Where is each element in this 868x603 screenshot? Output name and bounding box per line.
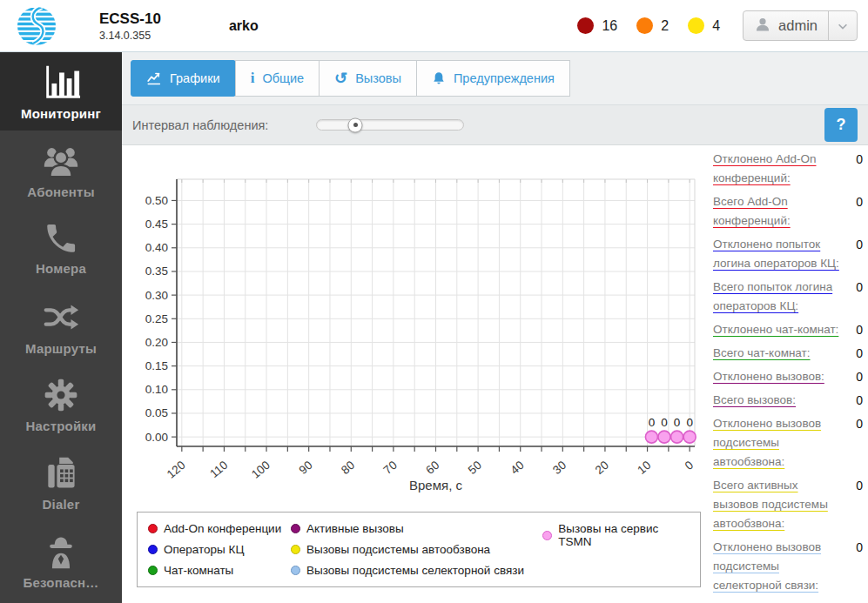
stat-value: 0: [856, 278, 863, 297]
stat-row: Всего попыток логина операторов КЦ:0: [713, 278, 863, 316]
alert-dot-critical-icon: [577, 17, 594, 34]
svg-text:0: 0: [649, 416, 656, 429]
svg-text:60: 60: [423, 459, 441, 477]
alert-counter-major[interactable]: 2: [636, 17, 669, 34]
toolbar: Интервал наблюдения: ?: [122, 105, 868, 145]
stat-link[interactable]: Всего активных вызовов подсистемы автооб…: [713, 476, 842, 533]
legend-label: Активные вызовы: [306, 522, 404, 535]
stat-link[interactable]: Отклонено вызовов подсистемы селекторной…: [713, 538, 842, 595]
stat-row: Отклонено попыток логина операторов КЦ:0: [713, 235, 863, 273]
stat-link[interactable]: Всего попыток логина операторов КЦ:: [713, 278, 842, 316]
chart-line-icon: [146, 70, 162, 86]
svg-text:50: 50: [466, 459, 484, 477]
legend-label: Вызовы подсистемы автообзвона: [306, 543, 490, 556]
content: 0.000.050.100.150.200.250.300.350.400.45…: [122, 145, 868, 603]
alert-dot-minor-icon: [688, 17, 704, 34]
alert-counter-minor[interactable]: 4: [688, 17, 720, 34]
legend-item: Операторы КЦ: [148, 543, 291, 556]
tab-bar: ГрафикиiОбщие↺ВызовыПредупреждения: [122, 52, 868, 105]
sidebar-item-subscribers[interactable]: Абоненты: [0, 131, 122, 209]
tab-label: Предупреждения: [454, 71, 555, 85]
stat-row: Отклонено вызовов подсистемы автообзвона…: [713, 414, 863, 472]
help-button[interactable]: ?: [824, 108, 858, 142]
tab-charts[interactable]: Графики: [131, 60, 236, 97]
svg-text:0.20: 0.20: [145, 336, 168, 349]
tab-alerts[interactable]: Предупреждения: [416, 60, 570, 97]
phone-icon: [43, 220, 79, 257]
chart: 0.000.050.100.150.200.250.300.350.400.45…: [129, 175, 705, 509]
sidebar-item-dialer[interactable]: Dialer: [0, 444, 122, 522]
tab-label: Вызовы: [355, 71, 401, 85]
sidebar: МониторингАбонентыНомераМаршрутыНастройк…: [0, 52, 122, 603]
legend-label: Чат-комнаты: [164, 564, 233, 577]
svg-text:0: 0: [674, 416, 681, 429]
stats-panel: Отклонено Add-On конференций:0Всего Add-…: [713, 150, 863, 603]
stat-value: 0: [856, 600, 863, 603]
user-icon: [754, 16, 771, 37]
svg-text:0.45: 0.45: [145, 218, 168, 231]
tab-calls[interactable]: ↺Вызовы: [319, 60, 417, 97]
user-menu-button[interactable]: admin: [743, 10, 858, 41]
slider-handle[interactable]: [348, 117, 363, 132]
chevron-down-icon[interactable]: [828, 11, 857, 40]
sidebar-item-security[interactable]: Безопасн…: [0, 522, 122, 600]
users-icon: [41, 140, 81, 180]
stat-value: 0: [856, 320, 863, 339]
fax-icon: [42, 454, 80, 492]
stat-link[interactable]: Отклонено вызовов подсистемы автообзвона…: [713, 414, 842, 472]
sidebar-item-routes[interactable]: Маршруты: [0, 287, 122, 365]
gear-icon: [42, 376, 80, 414]
stat-link[interactable]: Всего вызовов:: [713, 391, 842, 410]
svg-text:40: 40: [508, 459, 526, 477]
alert-count: 16: [602, 18, 617, 34]
svg-text:0.25: 0.25: [145, 312, 168, 325]
user-name: admin: [778, 17, 818, 34]
legend-item: Вызовы подсистемы селекторной связи: [291, 564, 542, 577]
svg-text:0: 0: [661, 416, 668, 429]
stat-link[interactable]: Всего Add-On конференций:: [713, 192, 842, 231]
stat-link[interactable]: Всего чат-комнат:: [713, 344, 842, 363]
stat-link[interactable]: Всего активных вызовов подсистемы селект…: [713, 600, 842, 603]
main-area: ГрафикиiОбщие↺ВызовыПредупреждения Интер…: [122, 52, 868, 603]
app-title: ECSS-10: [99, 10, 161, 28]
stat-link[interactable]: Отклонено чат-комнат:: [713, 320, 842, 339]
info-icon: i: [251, 70, 255, 87]
svg-text:110: 110: [207, 459, 230, 480]
legend-marker-icon: [148, 566, 158, 575]
svg-text:0.30: 0.30: [145, 289, 168, 302]
tab-label: Общие: [262, 71, 304, 85]
svg-text:30: 30: [550, 459, 569, 477]
header: ECSS-10 3.14.0.355 arko 1624 admin: [0, 0, 868, 52]
legend-marker-icon: [148, 545, 158, 554]
legend-item: Чат-комнаты: [148, 564, 291, 577]
svg-text:80: 80: [339, 459, 357, 477]
sidebar-item-settings[interactable]: Настройки: [0, 365, 122, 444]
tab-general[interactable]: iОбщие: [235, 60, 320, 97]
svg-text:0.00: 0.00: [145, 431, 168, 444]
cluster-name: arko: [229, 18, 259, 34]
legend-marker-icon: [291, 566, 300, 575]
stat-link[interactable]: Отклонено Add-On конференций:: [713, 150, 842, 188]
alert-counters: 1624: [567, 17, 720, 34]
stat-link[interactable]: Отклонено вызовов:: [713, 367, 842, 386]
svg-text:90: 90: [296, 459, 314, 477]
sidebar-item-label: Номера: [36, 261, 86, 276]
stat-value: 0: [856, 192, 863, 211]
legend-marker-icon: [291, 524, 300, 533]
svg-text:Время, с: Время, с: [409, 478, 462, 492]
alert-counter-critical[interactable]: 16: [577, 17, 617, 34]
legend-marker-icon: [542, 531, 552, 540]
legend-item: Add-On конференции: [148, 522, 291, 535]
bell-icon: [432, 71, 446, 85]
interval-slider[interactable]: [316, 119, 464, 131]
stat-row: Отклонено Add-On конференций:0: [713, 150, 863, 188]
stat-value: 0: [856, 414, 863, 433]
stat-row: Всего чат-комнат:0: [713, 344, 863, 363]
sidebar-item-monitoring[interactable]: Мониторинг: [0, 52, 122, 131]
legend-column: Add-On конференцииОператоры КЦЧат-комнат…: [148, 522, 291, 577]
sidebar-item-numbers[interactable]: Номера: [0, 209, 122, 287]
stat-link[interactable]: Отклонено попыток логина операторов КЦ:: [713, 235, 842, 273]
legend-item: Вызовы подсистемы автообзвона: [291, 543, 542, 556]
stat-row: Всего вызовов:0: [713, 391, 863, 410]
legend-column: Активные вызовыВызовы подсистемы автообз…: [291, 522, 542, 577]
